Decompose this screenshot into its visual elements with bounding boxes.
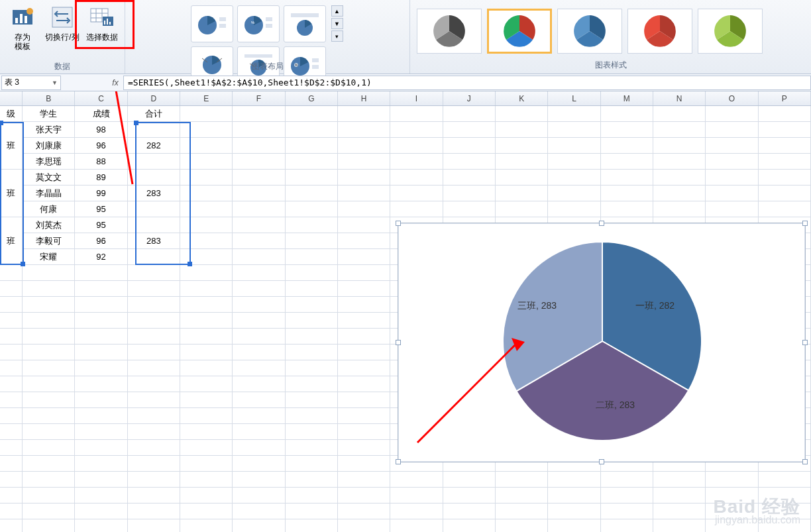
cell[interactable] bbox=[75, 504, 127, 519]
cell[interactable] bbox=[338, 233, 390, 249]
cell[interactable] bbox=[390, 472, 443, 488]
cell[interactable] bbox=[0, 297, 23, 313]
cell[interactable] bbox=[75, 424, 127, 440]
cell[interactable] bbox=[338, 265, 390, 281]
cell[interactable] bbox=[496, 122, 548, 138]
cell[interactable] bbox=[601, 122, 653, 138]
cell[interactable] bbox=[548, 488, 600, 504]
cell[interactable] bbox=[180, 440, 233, 456]
cell[interactable] bbox=[233, 265, 285, 281]
cell[interactable] bbox=[180, 313, 233, 329]
cell[interactable] bbox=[338, 329, 390, 345]
cell[interactable] bbox=[233, 329, 285, 345]
cell[interactable] bbox=[759, 138, 811, 154]
cell[interactable] bbox=[180, 265, 233, 281]
cell[interactable] bbox=[233, 281, 285, 297]
cell[interactable] bbox=[390, 106, 443, 122]
cell[interactable] bbox=[180, 217, 233, 233]
cell[interactable] bbox=[496, 170, 548, 186]
cell[interactable] bbox=[390, 122, 443, 138]
cell[interactable] bbox=[653, 472, 706, 488]
cell[interactable] bbox=[0, 360, 23, 376]
cell[interactable] bbox=[286, 122, 338, 138]
cell[interactable] bbox=[23, 265, 75, 281]
col-header-F[interactable]: F bbox=[233, 91, 285, 105]
cell[interactable] bbox=[233, 408, 285, 424]
cell[interactable] bbox=[601, 472, 653, 488]
cell[interactable] bbox=[338, 392, 390, 408]
cell[interactable] bbox=[233, 106, 285, 122]
cell[interactable] bbox=[128, 281, 180, 297]
cell[interactable] bbox=[706, 170, 758, 186]
cell[interactable] bbox=[233, 392, 285, 408]
cell[interactable] bbox=[233, 154, 285, 170]
cell[interactable]: 282 bbox=[128, 138, 180, 154]
cell[interactable] bbox=[128, 329, 180, 345]
cell[interactable] bbox=[286, 297, 338, 313]
cell[interactable] bbox=[390, 201, 443, 217]
cell[interactable]: 刘康康 bbox=[23, 138, 75, 154]
cell[interactable] bbox=[180, 106, 233, 122]
cell[interactable] bbox=[390, 138, 443, 154]
cell[interactable] bbox=[548, 519, 600, 532]
cell[interactable] bbox=[390, 154, 443, 170]
cell[interactable] bbox=[23, 440, 75, 456]
cell[interactable] bbox=[286, 249, 338, 265]
cell[interactable]: 何康 bbox=[23, 201, 75, 217]
layout-option-3[interactable] bbox=[284, 5, 326, 42]
cell[interactable] bbox=[286, 201, 338, 217]
cell[interactable] bbox=[443, 170, 496, 186]
cell[interactable] bbox=[0, 265, 23, 281]
cell[interactable] bbox=[128, 265, 180, 281]
cell[interactable] bbox=[23, 424, 75, 440]
cell[interactable] bbox=[128, 201, 180, 217]
cell[interactable] bbox=[338, 313, 390, 329]
cell[interactable] bbox=[548, 154, 600, 170]
cell[interactable] bbox=[233, 472, 285, 488]
cell[interactable] bbox=[128, 122, 180, 138]
layout-nav-down[interactable]: ▼ bbox=[331, 18, 343, 29]
col-header-M[interactable]: M bbox=[601, 91, 653, 105]
cell[interactable] bbox=[75, 408, 127, 424]
cell[interactable] bbox=[443, 519, 496, 532]
cell[interactable]: 95 bbox=[75, 217, 127, 233]
cell[interactable] bbox=[128, 504, 180, 519]
cell[interactable] bbox=[0, 408, 23, 424]
col-header-C[interactable]: C bbox=[75, 91, 127, 105]
cell[interactable]: 283 bbox=[128, 186, 180, 201]
cell[interactable] bbox=[75, 519, 127, 532]
col-header-K[interactable]: K bbox=[496, 91, 548, 105]
cell[interactable] bbox=[180, 360, 233, 376]
cell[interactable] bbox=[601, 170, 653, 186]
cell[interactable] bbox=[180, 456, 233, 472]
cell[interactable] bbox=[128, 360, 180, 376]
cell[interactable] bbox=[75, 360, 127, 376]
cell[interactable] bbox=[338, 424, 390, 440]
cell[interactable] bbox=[706, 138, 758, 154]
cell[interactable] bbox=[759, 472, 811, 488]
cell[interactable] bbox=[601, 519, 653, 532]
cell[interactable] bbox=[233, 186, 285, 201]
cell[interactable] bbox=[128, 424, 180, 440]
cell[interactable] bbox=[180, 154, 233, 170]
cell[interactable] bbox=[286, 265, 338, 281]
cell[interactable] bbox=[443, 186, 496, 201]
cell[interactable] bbox=[548, 472, 600, 488]
cell[interactable] bbox=[75, 392, 127, 408]
cell[interactable] bbox=[128, 408, 180, 424]
cell[interactable] bbox=[706, 122, 758, 138]
cell[interactable] bbox=[496, 504, 548, 519]
cell[interactable] bbox=[338, 281, 390, 297]
cell[interactable] bbox=[548, 122, 600, 138]
fx-icon[interactable]: fx bbox=[107, 78, 123, 87]
cell[interactable] bbox=[180, 233, 233, 249]
cell[interactable] bbox=[23, 329, 75, 345]
cell[interactable]: 95 bbox=[75, 201, 127, 217]
layout-option-2[interactable]: % bbox=[237, 5, 280, 42]
cell[interactable]: 合计 bbox=[128, 106, 180, 122]
chart-style-5[interactable] bbox=[698, 9, 763, 54]
cell[interactable] bbox=[286, 186, 338, 201]
cell[interactable] bbox=[653, 138, 706, 154]
cell[interactable]: 283 bbox=[128, 233, 180, 249]
cell[interactable]: 96 bbox=[75, 138, 127, 154]
